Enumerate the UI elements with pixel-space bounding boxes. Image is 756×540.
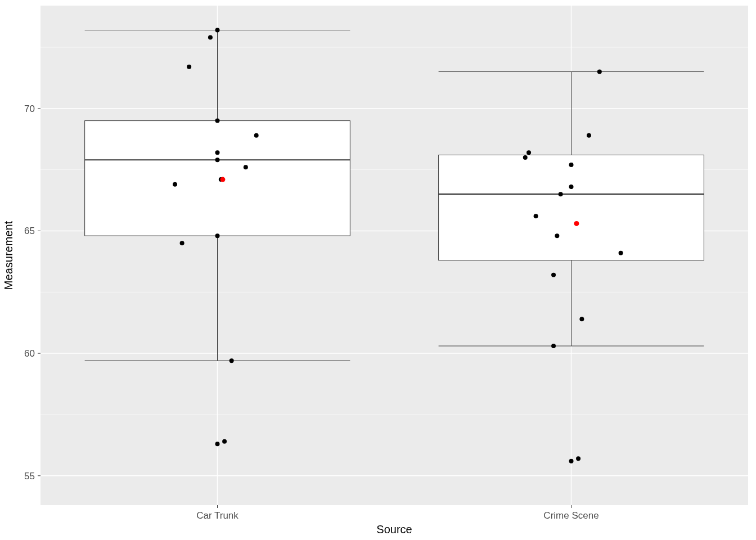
data-point — [254, 133, 259, 138]
data-point — [215, 442, 220, 446]
x-axis-title: Source — [376, 523, 412, 536]
data-point — [215, 28, 220, 33]
data-point — [215, 150, 220, 155]
data-point — [619, 251, 623, 255]
data-point — [569, 459, 574, 464]
mean-point — [574, 221, 579, 226]
plot-svg: 55 60 65 70 Car Trunk Crime Scene Source… — [0, 0, 756, 540]
data-point — [230, 358, 234, 363]
mean-point — [220, 177, 225, 182]
y-axis-title: Measurement — [2, 220, 15, 290]
y-tick-55: 55 — [24, 471, 35, 482]
data-point — [579, 317, 584, 321]
x-tick-car-trunk: Car Trunk — [196, 510, 238, 521]
y-tick-70: 70 — [24, 104, 35, 114]
data-point — [215, 158, 220, 162]
data-point — [534, 214, 538, 218]
data-point — [551, 273, 556, 277]
data-point — [576, 456, 580, 461]
boxplot-chart: 55 60 65 70 Car Trunk Crime Scene Source… — [0, 0, 756, 540]
y-tick-65: 65 — [24, 226, 35, 236]
data-point — [559, 192, 563, 196]
data-point — [244, 165, 248, 169]
data-point — [526, 150, 531, 155]
svg-rect-14 — [85, 121, 350, 236]
y-tick-60: 60 — [24, 348, 35, 359]
data-point — [215, 233, 220, 238]
data-point — [187, 65, 191, 69]
data-point — [180, 241, 184, 245]
data-point — [555, 233, 559, 238]
data-point — [587, 133, 591, 138]
data-point — [222, 439, 227, 444]
data-point — [569, 163, 574, 167]
data-point — [173, 182, 177, 187]
data-point — [523, 155, 528, 160]
data-point — [551, 344, 556, 348]
x-tick-crime-scene: Crime Scene — [543, 510, 598, 521]
svg-rect-20 — [439, 155, 704, 260]
data-point — [215, 119, 220, 123]
data-point — [569, 184, 574, 189]
data-point — [208, 35, 213, 40]
data-point — [597, 70, 602, 74]
